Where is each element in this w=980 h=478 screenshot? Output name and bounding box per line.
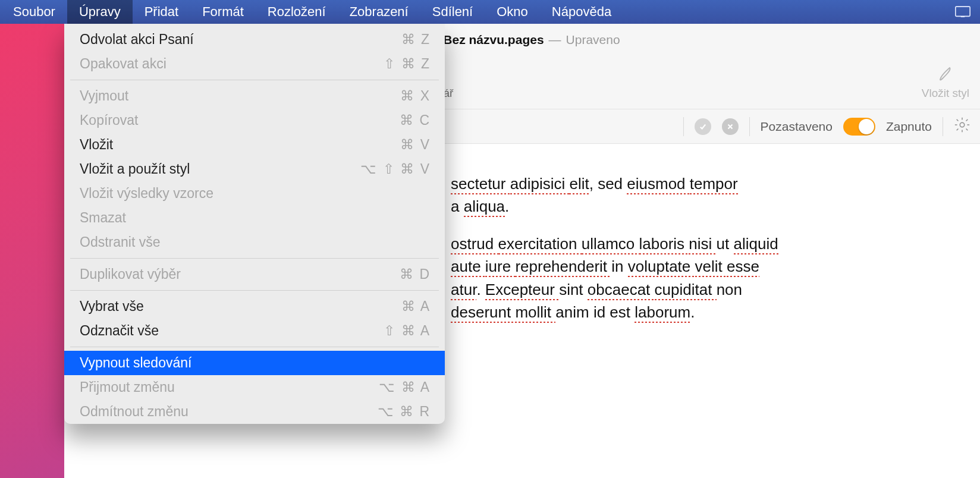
menu-separator <box>70 80 439 80</box>
titlebar-separator: — <box>549 33 561 47</box>
menu-item-label: Kopírovat <box>80 112 138 128</box>
menu-úpravy[interactable]: Úpravy <box>67 0 133 24</box>
menu-item-shortcut: ⌘ D <box>400 266 431 282</box>
menu-item: Přijmout změnu⌥ ⌘ A <box>64 375 445 400</box>
tracking-toggle[interactable] <box>843 118 875 136</box>
divider <box>683 117 684 136</box>
menu-item-label: Vyjmout <box>80 88 128 104</box>
menu-soubor[interactable]: Soubor <box>1 0 67 24</box>
toolbar-paste-style-button[interactable]: Vložit styl <box>922 65 969 100</box>
menu-item-label: Vypnout sledování <box>80 355 191 371</box>
menu-item-shortcut: ⌘ Z <box>401 32 431 48</box>
menu-sdílení[interactable]: Sdílení <box>420 0 485 24</box>
menu-item: Odmítnout změnu⌥ ⌘ R <box>64 400 445 424</box>
menu-rozložení[interactable]: Rozložení <box>256 0 338 24</box>
svg-rect-0 <box>956 7 970 16</box>
menu-item-label: Vložit <box>80 137 113 153</box>
edit-menu-dropdown: Odvolat akci Psaní⌘ ZOpakovat akci⇧ ⌘ ZV… <box>64 24 445 424</box>
toolbar-label: Vložit styl <box>922 87 969 100</box>
reject-change-icon[interactable] <box>722 118 739 135</box>
menu-item-shortcut: ⌥ ⌘ R <box>378 404 431 420</box>
menu-item-label: Duplikovat výběr <box>80 266 181 282</box>
divider <box>943 117 943 136</box>
menu-item-shortcut: ⇧ ⌘ A <box>384 323 431 339</box>
gear-icon[interactable] <box>954 117 970 136</box>
menu-item-label: Vybrat vše <box>80 298 144 315</box>
menu-item-shortcut: ⌘ X <box>400 88 431 104</box>
menu-item-shortcut: ⌘ A <box>401 298 431 315</box>
brush-icon <box>937 65 954 83</box>
menu-item-label: Vložit výsledky vzorce <box>80 185 213 202</box>
menu-item[interactable]: Odznačit vše⇧ ⌘ A <box>64 319 445 343</box>
menu-separator <box>70 347 439 347</box>
menu-item: Kopírovat⌘ C <box>64 108 445 133</box>
menu-item-shortcut: ⇧ ⌘ Z <box>384 56 431 72</box>
tracking-on-label: Zapnuto <box>886 120 932 134</box>
menu-item: Vložit výsledky vzorce <box>64 181 445 206</box>
menu-item-label: Odvolat akci Psaní <box>80 32 194 48</box>
system-menubar: SouborÚpravyPřidatFormátRozloženíZobraze… <box>0 0 980 24</box>
menu-separator <box>70 290 439 291</box>
menu-formát[interactable]: Formát <box>190 0 256 24</box>
menu-item-shortcut: ⌥ ⇧ ⌘ V <box>360 161 431 177</box>
menu-item-label: Přijmout změnu <box>80 379 175 395</box>
accept-change-icon[interactable] <box>695 118 711 135</box>
menu-item: Opakovat akci⇧ ⌘ Z <box>64 52 445 76</box>
paragraph-2[interactable]: ostrud exercitation ullamco laboris nisi… <box>451 232 944 324</box>
menu-item-shortcut: ⌘ C <box>400 112 431 128</box>
menu-item-label: Smazat <box>80 210 126 226</box>
menu-item: Odstranit vše <box>64 230 445 254</box>
menu-item[interactable]: Vypnout sledování <box>64 351 445 375</box>
svg-point-17 <box>960 122 964 127</box>
menu-zobrazení[interactable]: Zobrazení <box>338 0 420 24</box>
menu-item-label: Opakovat akci <box>80 56 167 72</box>
svg-rect-1 <box>961 16 965 17</box>
menu-item[interactable]: Vybrat vše⌘ A <box>64 294 445 319</box>
menu-item: Duplikovat výběr⌘ D <box>64 262 445 287</box>
menu-item-label: Odznačit vše <box>80 323 159 339</box>
menu-separator <box>70 258 439 259</box>
menu-item: Vyjmout⌘ X <box>64 84 445 108</box>
menu-item[interactable]: Odvolat akci Psaní⌘ Z <box>64 27 445 52</box>
document-state: Upraveno <box>566 33 620 47</box>
menu-nápověda[interactable]: Nápověda <box>540 0 623 24</box>
menu-item-shortcut: ⌘ V <box>400 137 431 153</box>
divider <box>749 117 750 136</box>
menu-item-label: Odstranit vše <box>80 234 161 250</box>
menu-item: Smazat <box>64 206 445 230</box>
display-icon[interactable] <box>955 5 979 18</box>
paragraph-1[interactable]: sectetur adipisici elit, sed eiusmod tem… <box>451 172 944 218</box>
menu-item-label: Vložit a použít styl <box>80 161 190 177</box>
menu-item[interactable]: Vložit a použít styl⌥ ⇧ ⌘ V <box>64 157 445 181</box>
document-name: Bez názvu.pages <box>443 33 544 47</box>
menu-item-label: Odmítnout změnu <box>80 404 189 420</box>
menu-item-shortcut: ⌥ ⌘ A <box>379 379 431 395</box>
tracking-paused-label: Pozastaveno <box>761 120 833 134</box>
menu-přidat[interactable]: Přidat <box>133 0 190 24</box>
menu-item[interactable]: Vložit⌘ V <box>64 133 445 157</box>
menu-okno[interactable]: Okno <box>485 0 540 24</box>
